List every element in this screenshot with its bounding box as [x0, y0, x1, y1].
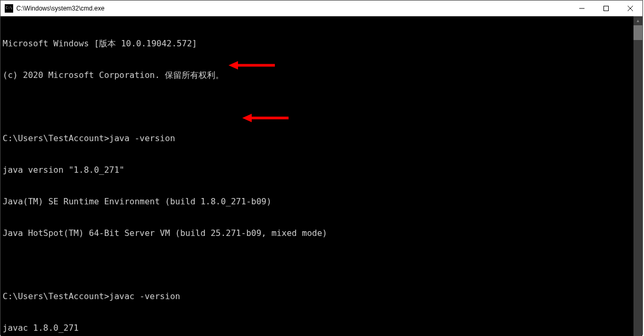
output-line: Java(TM) SE Runtime Environment (build 1…	[3, 196, 631, 207]
output-line	[3, 102, 631, 112]
output-line: Microsoft Windows [版本 10.0.19042.572]	[3, 38, 631, 49]
scroll-up-button[interactable]: ▲	[633, 16, 642, 25]
output-line: C:\Users\TestAccount>java -version	[3, 133, 631, 144]
vertical-scrollbar[interactable]: ▲ ▼	[633, 16, 642, 336]
svg-rect-1	[604, 6, 609, 11]
svg-marker-5	[229, 61, 238, 70]
minimize-button[interactable]	[570, 1, 594, 16]
output-line: C:\Users\TestAccount>javac -version	[3, 291, 631, 302]
output-line: Java HotSpot(TM) 64-Bit Server VM (build…	[3, 228, 631, 239]
scroll-thumb[interactable]	[633, 25, 642, 40]
cmd-window: C:\Windows\system32\cmd.exe Microsoft Wi…	[0, 0, 643, 335]
window-title: C:\Windows\system32\cmd.exe	[16, 5, 570, 12]
cmd-icon	[5, 4, 13, 13]
client-area: Microsoft Windows [版本 10.0.19042.572] (c…	[1, 16, 642, 336]
output-line: java version "1.8.0_271"	[3, 165, 631, 175]
window-controls	[570, 1, 642, 16]
svg-marker-7	[242, 114, 252, 122]
output-line: javac 1.8.0_271	[3, 323, 631, 333]
output-line: (c) 2020 Microsoft Corporation. 保留所有权利。	[3, 70, 631, 81]
maximize-button[interactable]	[594, 1, 618, 16]
close-button[interactable]	[618, 1, 642, 16]
output-line	[3, 260, 631, 270]
titlebar[interactable]: C:\Windows\system32\cmd.exe	[1, 1, 642, 16]
terminal-output[interactable]: Microsoft Windows [版本 10.0.19042.572] (c…	[1, 16, 633, 336]
